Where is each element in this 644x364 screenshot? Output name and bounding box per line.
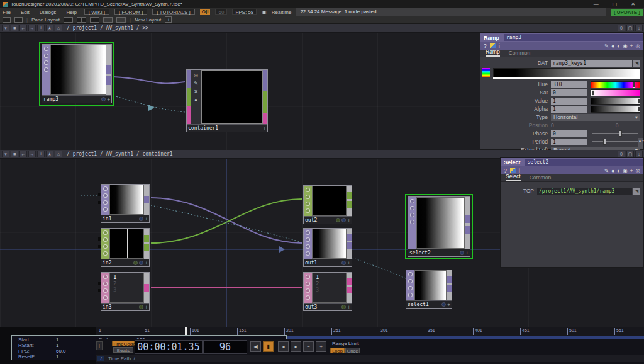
close-icon[interactable]: ✕ bbox=[631, 1, 635, 7]
node-name-row[interactable]: out3 + bbox=[304, 303, 352, 310]
screenshot-icon[interactable] bbox=[3, 17, 11, 23]
operator-name-field[interactable]: ramp3 bbox=[504, 34, 643, 41]
edit-icon[interactable]: ✎ bbox=[604, 43, 609, 49]
comment-icon[interactable]: ● bbox=[611, 43, 614, 49]
container-flags[interactable]: ◎ ✎ ✕ ● bbox=[191, 70, 201, 124]
node-output-connector[interactable] bbox=[144, 273, 149, 303]
clone-flag-icon[interactable] bbox=[306, 195, 310, 199]
expand-icon[interactable]: + bbox=[263, 126, 266, 130]
container-left-connectors[interactable] bbox=[187, 70, 191, 124]
bypass-flag-icon[interactable] bbox=[306, 244, 310, 249]
hue-slider[interactable] bbox=[591, 81, 640, 88]
info-icon[interactable]: i bbox=[519, 168, 520, 174]
clone-flag-icon[interactable] bbox=[103, 193, 108, 198]
beats-toggle[interactable]: Beats bbox=[113, 347, 133, 353]
language-icon[interactable] bbox=[490, 43, 496, 48]
viewer-flag-icon[interactable] bbox=[306, 230, 310, 235]
alpha-field[interactable]: 1 bbox=[551, 106, 587, 113]
lock-flag-icon[interactable] bbox=[103, 295, 108, 300]
target-icon[interactable]: ◎ bbox=[636, 43, 640, 49]
node-name-row[interactable]: in3 + bbox=[101, 303, 149, 310]
alpha-slider[interactable] bbox=[591, 106, 640, 113]
layout-preset-split-v[interactable] bbox=[77, 17, 86, 23]
hue-field[interactable]: 310 bbox=[551, 81, 587, 88]
comment-icon[interactable]: ● bbox=[611, 168, 614, 174]
operator-name-field[interactable]: select2 bbox=[525, 159, 643, 166]
node-output-connector[interactable] bbox=[347, 273, 352, 303]
layout-preset-grid[interactable] bbox=[116, 17, 126, 23]
sat-slider[interactable] bbox=[591, 89, 640, 96]
expand-icon[interactable]: + bbox=[145, 305, 148, 309]
lock-flag-icon[interactable] bbox=[44, 67, 48, 72]
node-preview[interactable] bbox=[109, 185, 144, 215]
step-forward-button[interactable]: ▸ bbox=[291, 341, 301, 352]
tab-common[interactable]: Common bbox=[509, 50, 530, 57]
pane-star-icon[interactable]: ★ bbox=[46, 151, 53, 157]
tab-select[interactable]: Select bbox=[506, 173, 521, 181]
node-flags[interactable] bbox=[42, 45, 50, 95]
menu-help[interactable]: Help bbox=[64, 9, 79, 15]
lock-flag-icon[interactable] bbox=[306, 295, 310, 300]
comment-dot-icon[interactable] bbox=[341, 305, 346, 309]
bottom-pane-breadcrumb[interactable]: / project1 / AV_synth1 / container1 bbox=[67, 151, 173, 157]
bypass-flag-icon[interactable] bbox=[410, 213, 414, 217]
pane-corner-drop-icon[interactable]: ↓ bbox=[635, 151, 643, 157]
pane-home-icon[interactable]: ⌂ bbox=[55, 25, 62, 31]
info-icon[interactable]: i bbox=[499, 43, 500, 49]
node-preview[interactable] bbox=[50, 45, 106, 95]
pane-back-icon[interactable]: ← bbox=[19, 151, 27, 157]
expand-icon[interactable]: + bbox=[145, 261, 148, 265]
node-output-connector[interactable] bbox=[347, 186, 352, 216]
viewer-flag-icon[interactable] bbox=[103, 230, 108, 235]
frame-minus-button[interactable]: − bbox=[303, 341, 314, 352]
bypass-flag-icon[interactable] bbox=[306, 288, 310, 293]
clone-flag-icon[interactable] bbox=[408, 279, 413, 283]
node-name-row[interactable]: out2 + bbox=[304, 216, 352, 224]
comment-dot-icon[interactable] bbox=[133, 261, 138, 265]
eraser-icon[interactable]: ◐ bbox=[617, 43, 620, 49]
viewer-flag-icon[interactable] bbox=[103, 275, 108, 279]
node-out3[interactable]: 123 out3 + bbox=[303, 272, 352, 311]
edit-icon[interactable]: ✎ bbox=[604, 168, 609, 174]
clone-flag-icon[interactable] bbox=[306, 237, 310, 242]
lock-flag-icon[interactable] bbox=[408, 293, 413, 297]
period-slider[interactable] bbox=[592, 141, 638, 142]
node-output-connector[interactable] bbox=[106, 45, 111, 95]
node-name-row[interactable]: select1 + bbox=[406, 300, 452, 308]
bypass-flag-icon[interactable] bbox=[408, 286, 413, 290]
marker-button[interactable]: I bbox=[96, 341, 103, 350]
timecode-toggle[interactable]: TimeCode bbox=[112, 341, 135, 346]
node-name-row[interactable]: select2 + bbox=[408, 249, 470, 256]
expand-icon[interactable]: + bbox=[107, 97, 110, 101]
top-param-field[interactable]: /project1/AV_synth1/ramp3 bbox=[537, 188, 632, 195]
minimize-icon[interactable]: — bbox=[594, 1, 599, 7]
node-ramp3[interactable]: ramp3 + bbox=[42, 44, 112, 103]
sat-field[interactable]: 0 bbox=[551, 89, 587, 96]
viewer-flag-icon[interactable] bbox=[410, 199, 414, 203]
top-pane-breadcrumb[interactable]: / project1 / AV_synth1 / >> bbox=[67, 25, 148, 31]
comment-dot-icon[interactable] bbox=[460, 251, 464, 255]
phase-slider[interactable] bbox=[592, 133, 638, 134]
pane-corner-drop-icon[interactable]: ↓ bbox=[635, 25, 643, 31]
close-flag-icon[interactable]: ✕ bbox=[194, 89, 198, 94]
maximize-icon[interactable]: ▢ bbox=[613, 1, 618, 7]
panel-header[interactable]: Ramp ramp3 bbox=[480, 33, 643, 42]
comment-dot-icon[interactable] bbox=[139, 217, 143, 221]
node-flags[interactable] bbox=[101, 273, 109, 303]
viewer-flag-icon[interactable]: ◎ bbox=[194, 72, 198, 78]
bookmark-icon[interactable] bbox=[14, 17, 23, 23]
comment-dot-icon[interactable] bbox=[441, 302, 446, 307]
node-name-row[interactable]: in2 + bbox=[101, 259, 149, 266]
palette-icon[interactable]: ◉ bbox=[623, 168, 627, 174]
dat-param-field[interactable]: ramp3_keys1 bbox=[551, 60, 632, 67]
node-preview[interactable] bbox=[414, 270, 447, 300]
pane-corner-zero[interactable]: 0 bbox=[618, 25, 625, 31]
phase-field[interactable]: 0 bbox=[551, 130, 587, 137]
layout-preset-quad[interactable] bbox=[103, 17, 113, 23]
node-preview[interactable]: 123 bbox=[109, 273, 144, 303]
expand-icon[interactable]: + bbox=[465, 251, 469, 255]
pane-home-icon[interactable]: ⌂ bbox=[55, 151, 62, 157]
bypass-flag-icon[interactable] bbox=[306, 202, 310, 206]
wiki-button[interactable]: [ WIKI ] bbox=[84, 9, 109, 15]
thumb-flag-icon[interactable]: ● bbox=[194, 97, 197, 103]
